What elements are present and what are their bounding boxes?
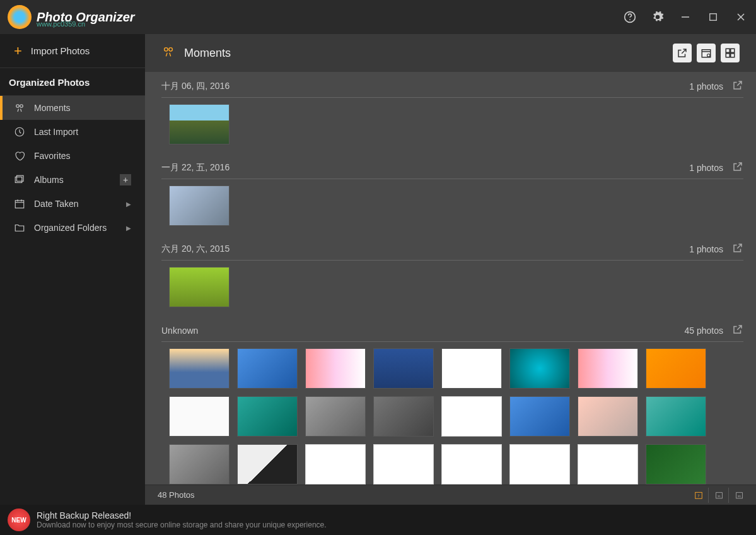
photo-thumbnail[interactable] [305, 444, 366, 485]
gear-icon [651, 11, 664, 23]
photo-count: 48 Photos [158, 490, 195, 500]
photo-thumbnail[interactable] [646, 444, 706, 485]
photo-scroll-area[interactable]: 十月 06, 四, 2016 1 photos 一月 22, 五, 2016 1… [145, 72, 756, 505]
photo-thumbnail[interactable] [509, 396, 570, 437]
group-count: 45 photos [685, 326, 724, 336]
svg-text:31: 31 [718, 494, 721, 497]
photo-thumbnail[interactable] [169, 444, 230, 485]
svg-rect-23 [731, 54, 735, 57]
help-button[interactable] [622, 9, 637, 25]
group-header: 十月 06, 四, 2016 1 photos [161, 76, 743, 98]
sidebar-item-last-import[interactable]: Last Import [0, 120, 145, 144]
photo-thumbnail[interactable] [237, 348, 298, 389]
moments-icon [14, 102, 25, 114]
export-button[interactable] [673, 44, 692, 62]
folder-icon [14, 222, 25, 233]
svg-rect-11 [15, 201, 24, 208]
photo-group: Unknown 45 photos [161, 320, 743, 505]
svg-rect-20 [726, 49, 730, 52]
import-photos-button[interactable]: + Import Photos [0, 34, 145, 68]
photo-group: 六月 20, 六, 2015 1 photos [161, 238, 743, 316]
photo-thumbnail[interactable] [305, 348, 366, 389]
minimize-button[interactable] [678, 9, 693, 25]
sidebar: + Import Photos Organized Photos Moments… [0, 34, 145, 505]
new-badge-icon: NEW [8, 509, 30, 531]
settings-button[interactable] [650, 9, 665, 25]
photo-thumbnail[interactable] [373, 348, 434, 389]
sidebar-header: Organized Photos [0, 68, 145, 96]
photo-thumbnail[interactable] [373, 444, 434, 485]
svg-rect-10 [17, 175, 24, 181]
close-button[interactable] [733, 9, 748, 25]
photo-thumbnail[interactable] [441, 444, 502, 485]
svg-point-6 [16, 105, 20, 108]
svg-point-1 [629, 19, 631, 20]
content-area: Moments 十月 06, 四, 2016 1 photos 一月 2 [145, 34, 756, 505]
banner-title: Right Backup Released! [37, 510, 327, 520]
sidebar-item-label: Date Taken [34, 199, 79, 209]
grid-icon [724, 47, 736, 59]
sidebar-item-date-taken[interactable]: Date Taken ▶ [0, 192, 145, 216]
banner-subtitle: Download now to enjoy most secure online… [37, 520, 327, 529]
svg-point-19 [707, 54, 711, 57]
photo-thumbnail[interactable] [169, 185, 230, 226]
help-icon [624, 11, 636, 23]
group-open-button[interactable] [732, 79, 743, 93]
photo-thumbnail[interactable] [441, 396, 502, 437]
photo-thumbnail[interactable] [169, 348, 230, 389]
photo-thumbnail[interactable] [578, 444, 638, 485]
content-title: Moments [184, 47, 231, 60]
photo-thumbnail[interactable] [578, 396, 638, 437]
group-count: 1 photos [689, 163, 723, 173]
svg-rect-21 [731, 49, 735, 52]
close-icon [736, 12, 746, 22]
group-open-button[interactable] [732, 161, 743, 175]
group-header: 六月 20, 六, 2015 1 photos [161, 238, 743, 261]
svg-point-7 [20, 105, 23, 108]
svg-point-16 [169, 48, 173, 52]
sidebar-item-organized-folders[interactable]: Organized Folders ▶ [0, 216, 145, 240]
svg-rect-22 [726, 54, 730, 57]
view-year-button[interactable]: 365 [728, 488, 743, 503]
photo-thumbnail[interactable] [578, 348, 638, 389]
photo-thumbnail[interactable] [646, 348, 706, 389]
photo-thumbnail[interactable] [169, 267, 230, 307]
view-week-button[interactable]: 7 [688, 488, 703, 503]
photo-thumbnail[interactable] [237, 396, 298, 437]
sidebar-item-moments[interactable]: Moments [0, 96, 145, 120]
group-count: 1 photos [689, 244, 723, 254]
add-album-button[interactable]: + [120, 174, 131, 185]
group-open-button[interactable] [732, 242, 743, 256]
group-count: 1 photos [689, 81, 723, 91]
maximize-button[interactable] [706, 9, 721, 25]
grid-view-button[interactable] [721, 44, 740, 62]
photo-group: 一月 22, 五, 2016 1 photos [161, 157, 743, 235]
sidebar-item-albums[interactable]: Albums + [0, 168, 145, 192]
sidebar-item-label: Last Import [34, 127, 78, 137]
content-header: Moments [145, 34, 756, 72]
photo-thumbnail[interactable] [305, 396, 366, 437]
photo-thumbnail[interactable] [169, 396, 230, 437]
photo-thumbnail[interactable] [509, 444, 570, 485]
photo-thumbnail[interactable] [169, 104, 230, 144]
main-area: + Import Photos Organized Photos Moments… [0, 34, 756, 505]
promo-banner[interactable]: NEW Right Backup Released! Download now … [0, 505, 756, 535]
photo-thumbnail[interactable] [509, 348, 570, 389]
maximize-icon [709, 13, 718, 21]
view-month-button[interactable]: 31 [708, 488, 723, 503]
photo-thumbnail[interactable] [237, 444, 298, 485]
moments-icon [161, 45, 175, 61]
import-label: Import Photos [31, 45, 90, 56]
chevron-right-icon: ▶ [126, 225, 131, 232]
photo-thumbnail[interactable] [441, 348, 502, 389]
calendar-365-icon: 365 [735, 489, 743, 502]
minimize-icon [680, 12, 690, 22]
group-open-button[interactable] [732, 324, 743, 338]
sidebar-item-label: Favorites [34, 151, 71, 161]
photo-thumbnail[interactable] [646, 396, 706, 437]
photo-thumbnail[interactable] [373, 396, 434, 437]
calendar-view-button[interactable] [697, 44, 716, 62]
group-header: 一月 22, 五, 2016 1 photos [161, 157, 743, 179]
plus-icon: + [14, 43, 22, 59]
sidebar-item-favorites[interactable]: Favorites [0, 144, 145, 168]
